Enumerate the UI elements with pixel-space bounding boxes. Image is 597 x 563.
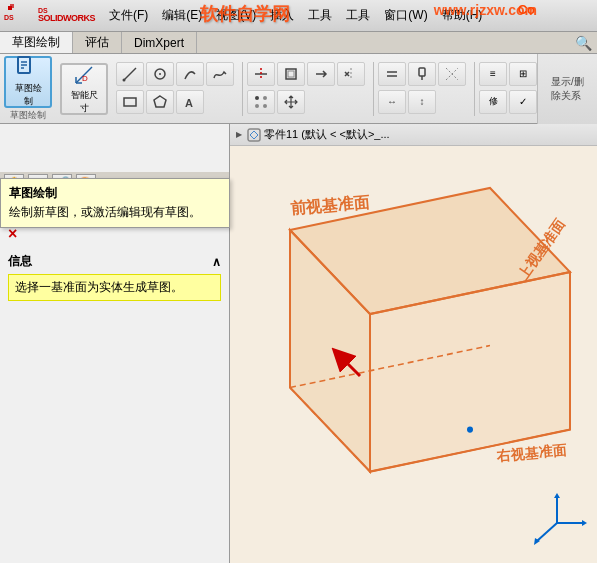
vertical-tool[interactable]: ↕ — [408, 90, 436, 114]
move-tool[interactable] — [277, 90, 305, 114]
svg-line-9 — [124, 68, 136, 80]
ribbon-tab-bar: 草图绘制 评估 DimXpert 🔍 — [0, 32, 597, 54]
menu-tools2[interactable]: 工具 — [340, 5, 376, 26]
svg-marker-45 — [554, 493, 560, 498]
repair-tool[interactable]: 修 — [479, 90, 507, 114]
svg-point-22 — [263, 96, 267, 100]
transform-group — [242, 62, 365, 116]
logo-sw-text: SOLIDWORKS — [38, 14, 95, 24]
axis-indicator — [527, 493, 587, 553]
fix-tool[interactable] — [408, 62, 436, 86]
svg-text:DS: DS — [4, 14, 14, 21]
svg-rect-19 — [288, 71, 294, 77]
tab-evaluate[interactable]: 评估 — [73, 32, 122, 53]
view-header: ▶ 零件11 (默认 < <默认>_... — [230, 124, 597, 146]
convert-tool[interactable] — [307, 62, 335, 86]
part-name: 零件11 (默认 < <默认>_... — [264, 127, 390, 142]
svg-line-30 — [446, 68, 458, 80]
top-bar: DS DS SOLIDWORKS 文件(F) 编辑(E) 视图(V) 插入 工具… — [0, 0, 597, 32]
sketch-pattern-tool[interactable] — [438, 62, 466, 86]
svg-marker-43 — [582, 520, 587, 526]
transform-row2 — [247, 90, 365, 114]
main-view: ▶ 零件11 (默认 < <默认>_... — [230, 124, 597, 563]
dimension-group: ↔ ↕ — [373, 62, 466, 116]
trim-tool[interactable] — [247, 62, 275, 86]
mirror-tool[interactable] — [337, 62, 365, 86]
info-section: 信息 ∧ 选择一基准面为实体生成草图。 — [0, 247, 229, 305]
smart-dim-group: D 智能尺寸 — [60, 63, 108, 115]
tree-expand-icon[interactable]: ▶ — [236, 130, 242, 139]
info-label: 信息 — [8, 253, 32, 270]
part-icon — [246, 127, 262, 143]
transform-row1 — [247, 62, 365, 86]
sketch-draw-group: 草图绘制 草图绘制 — [4, 56, 52, 122]
rect-tool[interactable] — [116, 90, 144, 114]
smart-dim-icon: D — [72, 63, 96, 89]
svg-point-40 — [467, 426, 473, 432]
equal-tool[interactable] — [378, 62, 406, 86]
pattern-tool[interactable] — [247, 90, 275, 114]
sketch-group-label: 草图绘制 — [10, 109, 46, 122]
svg-rect-13 — [124, 98, 136, 106]
circle-tool[interactable] — [146, 62, 174, 86]
svg-point-12 — [159, 73, 161, 75]
ribbon-content: 草图绘制 草图绘制 D 智能尺寸 — [0, 54, 597, 124]
tab-sketch[interactable]: 草图绘制 — [0, 32, 73, 53]
svg-text:A: A — [185, 97, 193, 109]
offset-tool[interactable] — [277, 62, 305, 86]
menu-bar: 文件(F) 编辑(E) 视图(V) 插入 工具 工具 窗口(W) 帮助(H) — [103, 5, 488, 26]
tools-row2: A — [116, 90, 234, 114]
text-tool[interactable]: A — [176, 90, 204, 114]
svg-line-46 — [537, 523, 557, 541]
smart-dim-label: 智能尺寸 — [71, 89, 98, 115]
tooltip-title: 草图绘制 — [9, 185, 221, 202]
sketch-draw-button[interactable]: 草图绘制 — [4, 56, 52, 108]
tools-group: A — [116, 62, 234, 116]
left-panel: 草图绘制 绘制新草图，或激活编辑现有草图。 ✋ ⊞ 🔗 🎨 编辑草图 ? × 信… — [0, 124, 230, 563]
sketch-draw-icon — [16, 55, 40, 82]
search-icon[interactable]: 🔍 — [573, 32, 593, 54]
info-header[interactable]: 信息 ∧ — [8, 251, 221, 272]
svg-marker-14 — [154, 96, 166, 107]
menu-file[interactable]: 文件(F) — [103, 5, 154, 26]
tools-row1 — [116, 62, 234, 86]
app-logo: DS DS SOLIDWORKS — [4, 2, 95, 30]
check-tool[interactable]: ✓ — [509, 90, 537, 114]
horizontal-tool[interactable]: ↔ — [378, 90, 406, 114]
dim-row2: ↔ ↕ — [378, 90, 466, 114]
spline-tool[interactable] — [206, 62, 234, 86]
menu-tools[interactable]: 工具 — [302, 5, 338, 26]
3d-viewport[interactable]: 前视基准面 上视基准面 右视基准面 — [230, 146, 597, 563]
dim-row1 — [378, 62, 466, 86]
extra-label1: 显示/删除关系 — [551, 75, 584, 103]
tooltip-box: 草图绘制 绘制新草图，或激活编辑现有草图。 — [0, 178, 230, 228]
sketch-draw-label: 草图绘制 — [15, 82, 42, 108]
menu-window[interactable]: 窗口(W) — [378, 5, 433, 26]
svg-text:D: D — [82, 74, 88, 83]
tooltip-description: 绘制新草图，或激活编辑现有草图。 — [9, 204, 221, 221]
arc-tool[interactable] — [176, 62, 204, 86]
info-toggle-icon: ∧ — [212, 255, 221, 269]
smart-dim-button[interactable]: D 智能尺寸 — [60, 63, 108, 115]
display-tool2[interactable]: ⊞ — [509, 62, 537, 86]
extra-tools: 显示/删除关系 — [537, 54, 597, 124]
watermark-url: www.rjzxw.com — [434, 2, 537, 18]
logo-icon: DS — [4, 2, 36, 30]
polygon-tool[interactable] — [146, 90, 174, 114]
svg-point-21 — [255, 96, 259, 100]
watermark-text: 软件自学网 — [200, 2, 290, 26]
tab-dimxpert[interactable]: DimXpert — [122, 32, 197, 53]
line-tool[interactable] — [116, 62, 144, 86]
svg-point-10 — [123, 78, 126, 81]
svg-point-24 — [263, 104, 267, 108]
display-tool1[interactable]: ≡ — [479, 62, 507, 86]
svg-rect-27 — [419, 68, 425, 76]
info-content: 选择一基准面为实体生成草图。 — [8, 274, 221, 301]
svg-point-23 — [255, 104, 259, 108]
